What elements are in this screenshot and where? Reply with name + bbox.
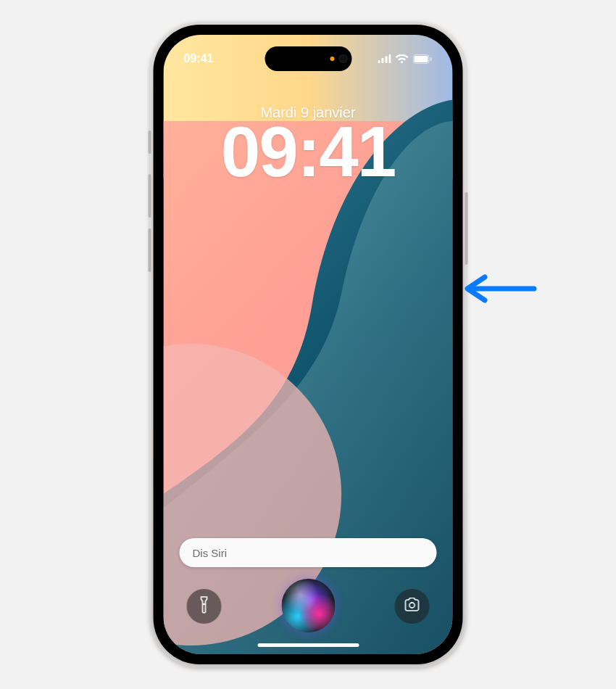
camera-icon (404, 598, 421, 615)
svg-point-10 (203, 603, 205, 606)
volume-up-button[interactable] (149, 174, 151, 218)
siri-input[interactable]: Dis Siri (180, 538, 437, 567)
cellular-icon (378, 54, 391, 63)
svg-rect-4 (382, 58, 384, 63)
svg-rect-5 (386, 57, 388, 64)
dynamic-island[interactable] (265, 46, 351, 71)
svg-rect-8 (415, 56, 428, 62)
svg-rect-3 (378, 60, 380, 63)
battery-icon (413, 54, 433, 64)
flashlight-icon (197, 596, 212, 616)
front-camera-icon (338, 54, 347, 63)
volume-down-button[interactable] (149, 228, 151, 272)
camera-button[interactable] (395, 589, 430, 624)
svg-rect-9 (430, 57, 432, 61)
svg-point-11 (409, 603, 415, 608)
home-indicator[interactable] (257, 643, 359, 647)
wifi-icon (396, 54, 409, 64)
lock-time: 09:41 (164, 116, 453, 187)
siri-prompt-text: Dis Siri (193, 547, 228, 559)
flashlight-button[interactable] (187, 589, 222, 624)
status-time: 09:41 (184, 52, 214, 65)
siri-orb-icon[interactable] (281, 579, 335, 632)
side-button[interactable] (465, 192, 468, 265)
phone-bezel: 09:41 (154, 25, 463, 664)
mic-indicator-icon (330, 57, 334, 61)
lock-screen: 09:41 (164, 35, 453, 654)
mute-switch[interactable] (149, 131, 151, 154)
iphone-device: 09:41 (151, 22, 466, 667)
annotation-arrow-icon (460, 273, 540, 307)
svg-rect-6 (389, 54, 391, 63)
